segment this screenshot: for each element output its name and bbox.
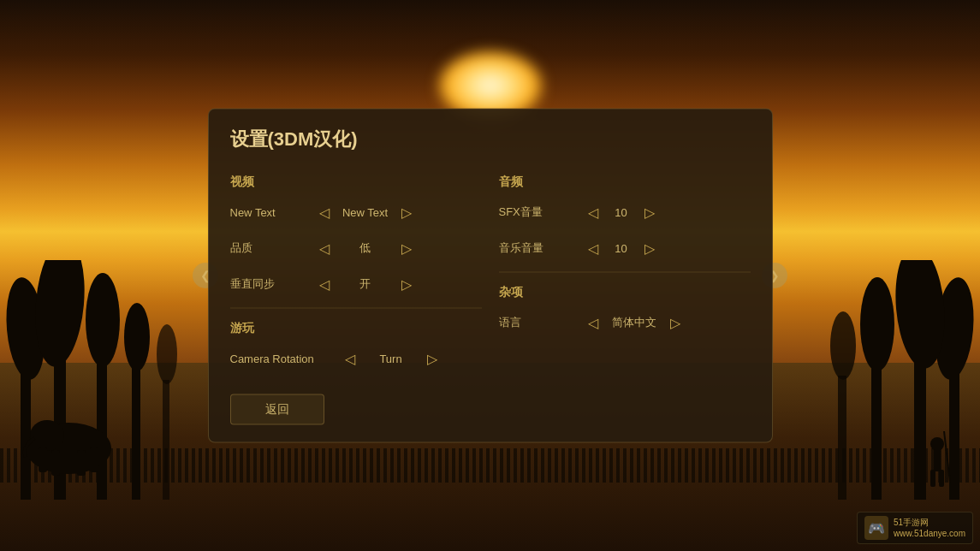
language-setting: 语言 ◁ 简体中文 ▷ <box>499 311 751 335</box>
video-setting-1-value: New Text <box>340 205 391 218</box>
dialog-title: 设置(3DM汉化) <box>230 127 751 159</box>
svg-rect-21 <box>871 367 882 500</box>
svg-rect-26 <box>930 470 935 487</box>
return-button[interactable]: 返回 <box>230 394 324 425</box>
svg-point-4 <box>86 273 120 367</box>
quality-next[interactable]: ▷ <box>398 240 415 257</box>
vsync-prev[interactable]: ◁ <box>316 276 333 293</box>
watermark-icon: 🎮 <box>864 516 888 540</box>
language-prev[interactable]: ◁ <box>585 314 602 331</box>
svg-rect-9 <box>163 380 169 500</box>
video-setting-1-control: ◁ New Text ▷ <box>316 204 415 221</box>
svg-line-28 <box>944 431 950 483</box>
svg-rect-13 <box>51 450 60 476</box>
quality-value: 低 <box>340 240 391 256</box>
vsync-setting-name: 垂直同步 <box>230 276 316 292</box>
misc-section-label: 杂项 <box>499 285 751 300</box>
trees-left <box>0 260 197 500</box>
svg-point-20 <box>860 277 894 371</box>
sfx-next[interactable]: ▷ <box>641 204 658 221</box>
camera-rotation-next[interactable]: ▷ <box>424 350 441 367</box>
music-value: 10 <box>609 241 634 254</box>
quality-setting-name: 品质 <box>230 240 316 256</box>
svg-point-8 <box>157 324 177 384</box>
svg-rect-12 <box>39 447 47 472</box>
vsync-setting: 垂直同步 ◁ 开 ▷ <box>230 272 482 296</box>
settings-columns: 视频 New Text ◁ New Text ▷ 品质 ◁ 低 ▷ <box>230 175 751 382</box>
camera-rotation-setting: Camera Rotation ◁ Turn ▷ <box>230 347 482 370</box>
vsync-next[interactable]: ▷ <box>398 276 415 293</box>
video-setting-1-name: New Text <box>230 205 316 218</box>
trees-right <box>783 260 980 500</box>
svg-rect-1 <box>21 371 31 500</box>
camera-rotation-value: Turn <box>365 352 417 364</box>
language-next[interactable]: ▷ <box>667 314 684 331</box>
svg-rect-15 <box>90 447 98 472</box>
quality-setting-control: ◁ 低 ▷ <box>316 240 415 257</box>
divider-right <box>499 272 751 273</box>
vsync-setting-control: ◁ 开 ▷ <box>316 276 415 293</box>
watermark-text: 51手游网 www.51danye.com <box>894 517 965 539</box>
audio-section-label: 音频 <box>499 175 751 190</box>
gameplay-section-label: 游玩 <box>230 321 482 336</box>
svg-rect-23 <box>838 376 846 500</box>
music-setting: 音乐音量 ◁ 10 ▷ <box>499 236 751 260</box>
sfx-prev[interactable]: ◁ <box>585 204 602 221</box>
right-column: 音频 SFX音量 ◁ 10 ▷ 音乐音量 ◁ 10 ▷ <box>499 175 751 382</box>
sfx-setting-control: ◁ 10 ▷ <box>585 204 658 221</box>
sfx-value: 10 <box>609 205 634 218</box>
divider-left <box>230 308 482 309</box>
quality-prev[interactable]: ◁ <box>316 240 333 257</box>
svg-rect-14 <box>77 450 86 476</box>
sfx-setting-name: SFX音量 <box>499 204 585 220</box>
svg-rect-17 <box>949 371 959 500</box>
language-value: 简体中文 <box>609 315 660 330</box>
music-prev[interactable]: ◁ <box>585 240 602 257</box>
left-column: 视频 New Text ◁ New Text ▷ 品质 ◁ 低 ▷ <box>230 175 482 382</box>
svg-point-11 <box>30 420 64 451</box>
video-section-label: 视频 <box>230 175 482 190</box>
svg-rect-25 <box>934 450 941 471</box>
watermark-site: 51手游网 <box>894 517 965 528</box>
language-setting-name: 语言 <box>499 315 585 330</box>
music-setting-control: ◁ 10 ▷ <box>585 240 658 257</box>
svg-rect-19 <box>914 358 926 500</box>
svg-point-22 <box>830 311 856 380</box>
camera-rotation-name: Camera Rotation <box>230 352 342 364</box>
svg-point-6 <box>124 303 150 371</box>
music-setting-name: 音乐音量 <box>499 240 585 256</box>
svg-rect-7 <box>132 367 140 500</box>
quality-setting: 品质 ◁ 低 ▷ <box>230 236 482 260</box>
music-next[interactable]: ▷ <box>641 240 658 257</box>
watermark-url: www.51danye.com <box>894 528 965 539</box>
video-setting-1: New Text ◁ New Text ▷ <box>230 200 482 224</box>
watermark: 🎮 51手游网 www.51danye.com <box>857 512 973 544</box>
svg-rect-27 <box>939 470 944 487</box>
camera-rotation-control: ◁ Turn ▷ <box>342 350 441 367</box>
svg-point-24 <box>930 437 944 451</box>
video-setting-1-prev[interactable]: ◁ <box>316 204 333 221</box>
language-setting-control: ◁ 简体中文 ▷ <box>585 314 684 331</box>
sfx-setting: SFX音量 ◁ 10 ▷ <box>499 200 751 224</box>
vsync-value: 开 <box>340 276 391 292</box>
camera-rotation-prev[interactable]: ◁ <box>342 350 359 367</box>
settings-dialog: 设置(3DM汉化) 视频 New Text ◁ New Text ▷ 品质 ◁ … <box>208 109 773 443</box>
video-setting-1-next[interactable]: ▷ <box>398 204 415 221</box>
